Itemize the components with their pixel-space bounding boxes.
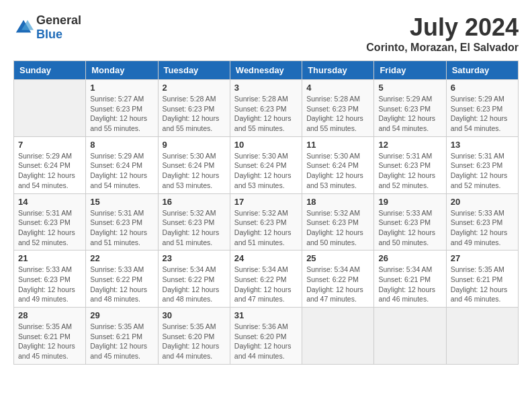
day-number: 19 xyxy=(378,197,441,207)
month-year-title: July 2024 xyxy=(366,13,519,42)
calendar-cell: 17Sunrise: 5:32 AM Sunset: 6:23 PM Dayli… xyxy=(230,193,302,250)
calendar-cell: 14Sunrise: 5:31 AM Sunset: 6:23 PM Dayli… xyxy=(14,193,86,250)
day-info: Sunrise: 5:28 AM Sunset: 6:23 PM Dayligh… xyxy=(163,94,226,134)
calendar-cell: 1Sunrise: 5:27 AM Sunset: 6:23 PM Daylig… xyxy=(86,80,158,137)
calendar-cell: 13Sunrise: 5:31 AM Sunset: 6:23 PM Dayli… xyxy=(446,136,518,193)
day-info: Sunrise: 5:34 AM Sunset: 6:22 PM Dayligh… xyxy=(306,265,369,304)
calendar-body: 1Sunrise: 5:27 AM Sunset: 6:23 PM Daylig… xyxy=(14,80,519,365)
day-number: 21 xyxy=(18,253,81,263)
day-number: 13 xyxy=(451,140,514,150)
day-number: 29 xyxy=(90,310,153,320)
calendar-cell: 9Sunrise: 5:30 AM Sunset: 6:24 PM Daylig… xyxy=(158,136,230,193)
day-info: Sunrise: 5:32 AM Sunset: 6:23 PM Dayligh… xyxy=(163,208,226,248)
day-info: Sunrise: 5:29 AM Sunset: 6:23 PM Dayligh… xyxy=(451,94,514,134)
day-number: 23 xyxy=(163,253,226,263)
calendar-cell: 18Sunrise: 5:32 AM Sunset: 6:23 PM Dayli… xyxy=(302,193,374,250)
calendar-cell: 11Sunrise: 5:30 AM Sunset: 6:24 PM Dayli… xyxy=(302,136,374,193)
header-wednesday: Wednesday xyxy=(230,61,302,80)
calendar-cell: 6Sunrise: 5:29 AM Sunset: 6:23 PM Daylig… xyxy=(446,80,518,137)
calendar-cell: 10Sunrise: 5:30 AM Sunset: 6:24 PM Dayli… xyxy=(230,136,302,193)
day-info: Sunrise: 5:36 AM Sunset: 6:20 PM Dayligh… xyxy=(234,322,298,361)
calendar-cell: 27Sunrise: 5:35 AM Sunset: 6:21 PM Dayli… xyxy=(446,250,518,308)
day-number: 27 xyxy=(451,253,514,263)
calendar-cell: 20Sunrise: 5:33 AM Sunset: 6:23 PM Dayli… xyxy=(446,193,518,250)
day-info: Sunrise: 5:33 AM Sunset: 6:22 PM Dayligh… xyxy=(90,265,153,304)
calendar-cell: 2Sunrise: 5:28 AM Sunset: 6:23 PM Daylig… xyxy=(158,80,230,137)
calendar-cell: 22Sunrise: 5:33 AM Sunset: 6:22 PM Dayli… xyxy=(86,250,158,308)
day-info: Sunrise: 5:31 AM Sunset: 6:23 PM Dayligh… xyxy=(18,208,81,248)
day-info: Sunrise: 5:33 AM Sunset: 6:23 PM Dayligh… xyxy=(451,208,514,248)
week-row-1: 1Sunrise: 5:27 AM Sunset: 6:23 PM Daylig… xyxy=(14,80,519,137)
day-info: Sunrise: 5:29 AM Sunset: 6:24 PM Dayligh… xyxy=(18,151,81,191)
day-info: Sunrise: 5:28 AM Sunset: 6:23 PM Dayligh… xyxy=(234,94,298,134)
day-info: Sunrise: 5:32 AM Sunset: 6:23 PM Dayligh… xyxy=(306,208,369,248)
day-number: 22 xyxy=(90,253,153,263)
day-number: 17 xyxy=(234,197,298,207)
calendar-cell: 23Sunrise: 5:34 AM Sunset: 6:22 PM Dayli… xyxy=(158,250,230,308)
day-info: Sunrise: 5:29 AM Sunset: 6:24 PM Dayligh… xyxy=(90,151,153,191)
day-number: 24 xyxy=(234,253,298,263)
day-info: Sunrise: 5:35 AM Sunset: 6:20 PM Dayligh… xyxy=(163,322,226,361)
calendar-cell xyxy=(14,80,86,137)
day-number: 28 xyxy=(18,310,81,320)
day-info: Sunrise: 5:34 AM Sunset: 6:22 PM Dayligh… xyxy=(234,265,298,304)
calendar-cell: 8Sunrise: 5:29 AM Sunset: 6:24 PM Daylig… xyxy=(86,136,158,193)
day-number: 25 xyxy=(306,253,369,263)
day-info: Sunrise: 5:35 AM Sunset: 6:21 PM Dayligh… xyxy=(90,322,153,361)
week-row-3: 14Sunrise: 5:31 AM Sunset: 6:23 PM Dayli… xyxy=(14,193,519,250)
day-number: 10 xyxy=(234,140,298,150)
day-number: 3 xyxy=(234,83,298,93)
day-number: 6 xyxy=(451,83,514,93)
day-number: 7 xyxy=(18,140,81,150)
header-monday: Monday xyxy=(86,61,158,80)
logo-general: General xyxy=(36,13,81,27)
calendar-cell xyxy=(374,308,446,365)
calendar-cell: 5Sunrise: 5:29 AM Sunset: 6:23 PM Daylig… xyxy=(374,80,446,137)
day-info: Sunrise: 5:30 AM Sunset: 6:24 PM Dayligh… xyxy=(234,151,298,191)
day-number: 12 xyxy=(378,140,441,150)
day-number: 8 xyxy=(90,140,153,150)
calendar-cell: 31Sunrise: 5:36 AM Sunset: 6:20 PM Dayli… xyxy=(230,308,302,365)
calendar-cell: 7Sunrise: 5:29 AM Sunset: 6:24 PM Daylig… xyxy=(14,136,86,193)
day-number: 18 xyxy=(306,197,369,207)
header-tuesday: Tuesday xyxy=(158,61,230,80)
day-number: 14 xyxy=(18,197,81,207)
day-number: 26 xyxy=(378,253,441,263)
day-info: Sunrise: 5:32 AM Sunset: 6:23 PM Dayligh… xyxy=(234,208,298,248)
day-info: Sunrise: 5:30 AM Sunset: 6:24 PM Dayligh… xyxy=(163,151,226,191)
calendar-cell: 25Sunrise: 5:34 AM Sunset: 6:22 PM Dayli… xyxy=(302,250,374,308)
day-info: Sunrise: 5:29 AM Sunset: 6:23 PM Dayligh… xyxy=(378,94,441,134)
header: General Blue July 2024 Corinto, Morazan,… xyxy=(13,13,519,54)
week-row-5: 28Sunrise: 5:35 AM Sunset: 6:21 PM Dayli… xyxy=(14,308,519,365)
calendar-table: SundayMondayTuesdayWednesdayThursdayFrid… xyxy=(13,60,519,365)
day-number: 1 xyxy=(90,83,153,93)
calendar-cell: 4Sunrise: 5:28 AM Sunset: 6:23 PM Daylig… xyxy=(302,80,374,137)
day-info: Sunrise: 5:31 AM Sunset: 6:23 PM Dayligh… xyxy=(90,208,153,248)
day-info: Sunrise: 5:33 AM Sunset: 6:23 PM Dayligh… xyxy=(18,265,81,304)
day-info: Sunrise: 5:27 AM Sunset: 6:23 PM Dayligh… xyxy=(90,94,153,134)
day-number: 11 xyxy=(306,140,369,150)
day-info: Sunrise: 5:35 AM Sunset: 6:21 PM Dayligh… xyxy=(18,322,81,361)
calendar-cell: 29Sunrise: 5:35 AM Sunset: 6:21 PM Dayli… xyxy=(86,308,158,365)
day-info: Sunrise: 5:30 AM Sunset: 6:24 PM Dayligh… xyxy=(306,151,369,191)
day-number: 4 xyxy=(306,83,369,93)
logo-text: General Blue xyxy=(36,13,81,42)
day-number: 30 xyxy=(163,310,226,320)
day-number: 2 xyxy=(163,83,226,93)
header-thursday: Thursday xyxy=(302,61,374,80)
logo-icon xyxy=(13,17,34,38)
header-sunday: Sunday xyxy=(14,61,86,80)
header-row: SundayMondayTuesdayWednesdayThursdayFrid… xyxy=(14,61,519,80)
week-row-2: 7Sunrise: 5:29 AM Sunset: 6:24 PM Daylig… xyxy=(14,136,519,193)
week-row-4: 21Sunrise: 5:33 AM Sunset: 6:23 PM Dayli… xyxy=(14,250,519,308)
day-number: 16 xyxy=(163,197,226,207)
calendar-cell: 19Sunrise: 5:33 AM Sunset: 6:23 PM Dayli… xyxy=(374,193,446,250)
day-info: Sunrise: 5:35 AM Sunset: 6:21 PM Dayligh… xyxy=(451,265,514,304)
calendar-cell: 3Sunrise: 5:28 AM Sunset: 6:23 PM Daylig… xyxy=(230,80,302,137)
day-number: 31 xyxy=(234,310,298,320)
calendar-cell: 12Sunrise: 5:31 AM Sunset: 6:23 PM Dayli… xyxy=(374,136,446,193)
day-info: Sunrise: 5:28 AM Sunset: 6:23 PM Dayligh… xyxy=(306,94,369,134)
day-info: Sunrise: 5:33 AM Sunset: 6:23 PM Dayligh… xyxy=(378,208,441,248)
day-info: Sunrise: 5:31 AM Sunset: 6:23 PM Dayligh… xyxy=(451,151,514,191)
calendar-cell xyxy=(302,308,374,365)
